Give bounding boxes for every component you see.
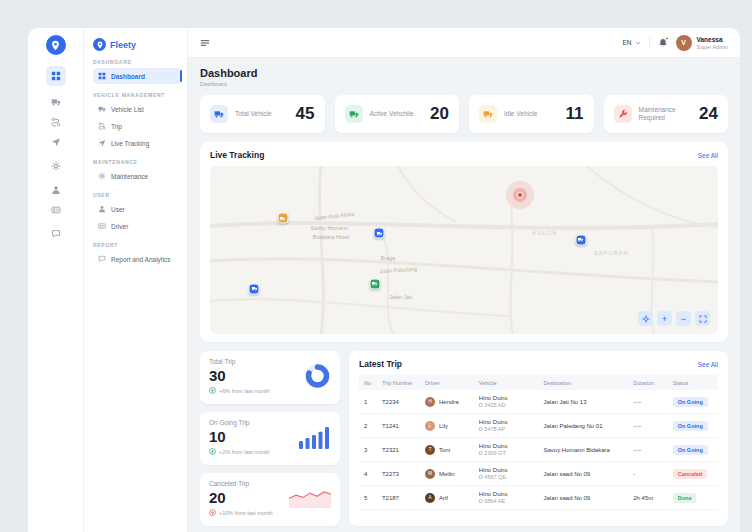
chevron-down-icon [635,40,641,46]
rail-item-maintenance[interactable] [46,157,66,174]
map-fullscreen-button[interactable] [695,311,710,326]
gear-icon [98,172,106,180]
vehicle-marker[interactable] [575,234,586,245]
latest-trip-panel: Latest Trip See All NoTrip NumberDriverV… [349,351,728,526]
tracking-see-all-link[interactable]: See All [698,152,718,159]
rail-nav [46,66,66,245]
map-zoom-out-button[interactable]: − [676,311,691,326]
nav-section-label: DASHBOARD [93,59,182,65]
stat-value: 11 [566,104,584,124]
vehicle-name: Hino Dutro [479,467,534,473]
user-menu[interactable]: V Vanessa Super Admin [676,35,729,51]
status-badge: Done [673,493,697,503]
sidebar-item-driver[interactable]: Driver [93,218,182,234]
avatar: T [425,445,435,455]
bar-chart [299,425,331,453]
id-card-icon [98,222,106,230]
sidebar-nav: DASHBOARDDashboardVEHICLE MANAGEMENTVehi… [93,59,182,267]
vehicle-plate: D 5478 AP [479,426,534,432]
sidebar-item-trip[interactable]: Trip [93,118,182,134]
notifications-bell-icon[interactable] [658,38,668,48]
sidebar-item-report-and-analytics[interactable]: Report and Analytics [93,251,182,267]
sidebar-item-live-tracking[interactable]: Live Tracking [93,135,182,151]
sidebar-item-maintenance[interactable]: Maintenance [93,168,182,184]
icon-rail [28,28,84,532]
trip-stat-card-total-trip: Total Trip 30 +6% from last month [200,351,340,404]
trend-up-icon [209,448,216,455]
avatar: V [676,35,692,51]
rail-item-user[interactable] [46,181,66,198]
stat-label: Maintenance Required [639,106,691,123]
map-street-label: Jalan Jati [389,294,412,300]
trip-stat-card-on-going-trip: On Going Trip 10 +2% from last month [200,412,340,465]
menu-icon[interactable] [200,38,210,48]
content: Dashboard Dashboard Total Vehicle 45 Act… [188,58,740,532]
avatar: H [425,397,435,407]
rail-item-vehicle-list[interactable] [46,93,66,110]
nav-section-label: USER [93,192,182,198]
rail-item-report[interactable] [46,225,66,242]
main-area: EN V Vanessa Super Admin [188,28,740,532]
vehicle-marker[interactable] [369,278,380,289]
user-icon [98,205,106,213]
sidebar-item-dashboard[interactable]: Dashboard [93,68,182,84]
map[interactable]: Jalan Asia AfrikaSavoy HomannBidakara Ho… [210,166,718,334]
vehicle-name: Hino Dutro [479,491,534,497]
map-street-label: SAPURAN [594,250,629,256]
stats-row: Total Vehicle 45 Active Vehchile 20 Idle… [200,95,728,133]
brand[interactable]: Fleety [93,38,182,51]
sidebar-item-user[interactable]: User [93,201,182,217]
stat-label: Idle Vehicle [504,110,537,118]
trip-stats-column: Total Trip 30 +6% from last month On Goi… [200,351,340,526]
table-row: 2 T1241 LLily Hino DutroD 5478 AP Jalan … [359,414,718,438]
send-icon [98,139,106,147]
latest-trip-see-all-link[interactable]: See All [698,361,718,368]
language-label: EN [622,39,631,46]
map-street-label: Braga [380,255,395,261]
nav-section-label: REPORT [93,242,182,248]
avatar: L [425,421,435,431]
map-locate-button[interactable] [638,311,653,326]
stat-card-maintenance-required: Maintenance Required 24 [604,95,729,133]
rail-item-driver[interactable] [46,201,66,218]
truck-icon [210,105,228,123]
map-street-label: Savoy Homann [311,225,349,231]
alert-marker[interactable] [506,181,534,209]
stat-value: 45 [296,104,315,124]
page-title: Dashboard [200,67,728,79]
vehicle-marker[interactable] [249,283,260,294]
vehicle-marker[interactable] [374,228,385,239]
stat-label: Total Vehicle [235,110,272,118]
status-badge: On Going [673,421,708,431]
donut-chart [304,362,331,393]
map-zoom-in-button[interactable]: + [657,311,672,326]
vehicle-marker[interactable] [277,213,288,224]
user-name: Vanessa [697,36,729,43]
truck-icon [98,105,106,113]
notification-dot [665,37,669,41]
sidebar-item-label: Report and Analytics [111,256,171,263]
table-header: Trip Number [377,375,420,390]
latest-trip-table: NoTrip NumberDriverVehicleDestinationDur… [359,375,718,510]
live-tracking-panel: Live Tracking See All Jal [200,142,728,342]
map-controls: +− [638,311,710,326]
grid-icon [98,72,106,80]
sidebar-item-label: Trip [111,123,122,130]
table-row: 4 T2273 MMeilin Hino DutroD 4567 QE Jala… [359,462,718,486]
brand-logo-icon[interactable] [46,35,66,55]
language-select[interactable]: EN [622,39,640,46]
sidebar: Fleety DASHBOARDDashboardVEHICLE MANAGEM… [84,28,188,532]
chat-icon [98,255,106,263]
stat-label: Active Vehchile [370,110,414,118]
trend-up-icon [209,509,216,516]
rail-item-live-tracking[interactable] [46,133,66,150]
rail-item-dashboard[interactable] [46,66,66,86]
rail-item-trip[interactable] [46,113,66,130]
divider [649,37,650,49]
sidebar-item-label: Vehicle List [111,106,144,113]
vehicle-name: Hino Dutro [479,443,534,449]
sidebar-item-vehicle-list[interactable]: Vehicle List [93,101,182,117]
stat-card-total-vehicle: Total Vehicle 45 [200,95,325,133]
stat-value: 20 [430,104,449,124]
vehicle-name: Hino Dutro [479,419,534,425]
